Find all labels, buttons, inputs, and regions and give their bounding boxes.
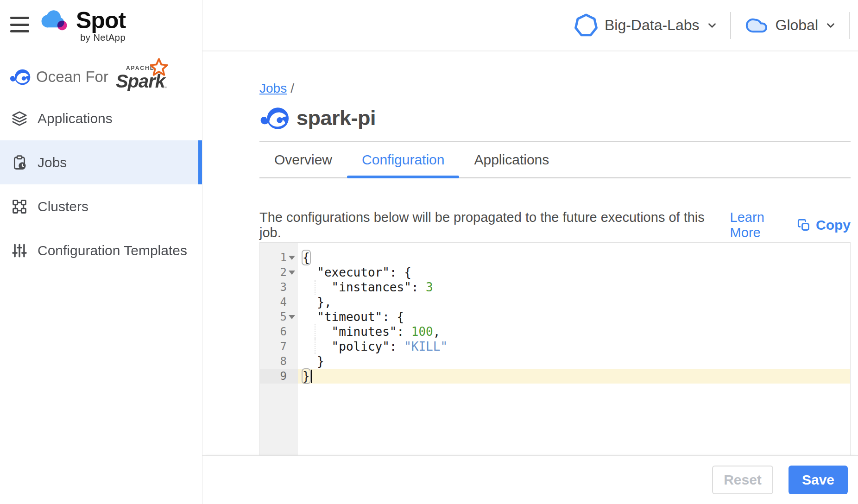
code-token: "KILL" <box>404 340 448 353</box>
tab-configuration[interactable]: Configuration <box>347 142 459 177</box>
spot-logo: Spot by NetApp <box>41 9 126 43</box>
fold-arrow-icon[interactable] <box>289 271 295 275</box>
code-token: "timeout": { <box>303 310 404 324</box>
sidebar-item-label: Configuration Templates <box>38 243 187 258</box>
main-area: Big-Data-Labs Global Jobs/ <box>202 0 858 504</box>
code-line[interactable]: { <box>298 250 850 265</box>
line-number: 2 <box>260 265 298 280</box>
line-number-text: 7 <box>280 340 287 353</box>
editor-row[interactable]: 5 "timeout": { <box>260 309 850 324</box>
learn-more-link[interactable]: Learn More <box>730 210 797 240</box>
line-number: 1 <box>260 250 298 265</box>
apache-spark-logo: APACHE Spark ™ <box>116 62 166 92</box>
code-line[interactable]: "instances": 3 <box>298 280 850 295</box>
code-line[interactable]: "executor": { <box>298 265 850 280</box>
fold-slot <box>288 315 296 319</box>
code-line[interactable]: } <box>298 369 850 384</box>
code-token: }, <box>303 295 332 309</box>
workspace-selector[interactable]: Big-Data-Labs <box>574 13 718 38</box>
layers-icon <box>12 111 27 126</box>
product-logo: Ocean For APACHE Spark ™ <box>9 62 166 92</box>
title-row: spark-pi <box>259 105 851 131</box>
code-token: } <box>303 354 324 368</box>
sliders-icon <box>12 243 27 258</box>
line-number-text: 9 <box>280 370 287 383</box>
reset-button[interactable]: Reset <box>712 466 773 494</box>
fold-arrow-icon[interactable] <box>289 315 295 319</box>
sidebar-item-applications[interactable]: Applications <box>0 96 202 140</box>
code-line[interactable]: "policy": "KILL" <box>298 339 850 354</box>
fold-slot <box>288 271 296 275</box>
line-number-text: 4 <box>280 296 287 309</box>
topbar-divider <box>730 12 731 39</box>
json-config-editor[interactable]: 1{2 "executor": {3 "instances": 34 },5 "… <box>259 242 851 463</box>
text-cursor <box>311 370 312 383</box>
breadcrumb-jobs-link[interactable]: Jobs <box>259 81 287 95</box>
ocean-wave-icon <box>9 69 31 85</box>
chevron-down-icon <box>706 19 718 32</box>
spot-cloud-icon <box>41 9 71 32</box>
sidebar-item-configuration-templates[interactable]: Configuration Templates <box>0 228 202 272</box>
sidebar-item-label: Jobs <box>38 155 67 170</box>
code-token: "instances": <box>303 280 426 294</box>
product-name: Ocean For <box>36 68 108 86</box>
code-line[interactable]: }, <box>298 295 850 309</box>
code-token: "policy": <box>303 340 404 353</box>
copy-icon <box>797 219 810 232</box>
page: Spot by NetApp Ocean For APACHE Spark ™ <box>0 0 858 504</box>
description-row: The configurations below will be propaga… <box>259 210 851 240</box>
sidebar-item-clusters[interactable]: Clusters <box>0 184 202 228</box>
line-number: 4 <box>260 295 298 309</box>
spark-trademark: ™ <box>163 85 168 91</box>
workspace-name: Big-Data-Labs <box>605 17 700 34</box>
clipboard-clock-icon <box>12 155 27 170</box>
spark-star-icon <box>150 58 168 76</box>
line-number: 5 <box>260 309 298 324</box>
code-line[interactable]: "timeout": { <box>298 309 850 324</box>
tab-overview[interactable]: Overview <box>259 142 347 177</box>
editor-row[interactable]: 9} <box>260 369 850 384</box>
code-token: "minutes": <box>303 325 411 339</box>
heptagon-icon <box>574 13 598 38</box>
fold-slot <box>288 256 296 260</box>
sidebar-item-label: Applications <box>38 111 113 126</box>
line-number-text: 2 <box>280 266 287 279</box>
editor-row[interactable]: 7 "policy": "KILL" <box>260 339 850 354</box>
line-number: 3 <box>260 280 298 295</box>
hamburger-menu-icon[interactable] <box>10 17 31 32</box>
hamburger-bar <box>10 17 29 19</box>
code-line[interactable]: "minutes": 100, <box>298 324 850 339</box>
hamburger-bar <box>10 24 29 26</box>
line-number-text: 1 <box>280 251 287 264</box>
clusters-icon <box>12 199 27 214</box>
sidebar-nav: Applications Jobs <box>0 96 202 272</box>
chevron-down-icon <box>825 19 837 32</box>
sidebar: Spot by NetApp Ocean For APACHE Spark ™ <box>0 0 202 504</box>
line-number: 8 <box>260 354 298 369</box>
line-number-text: 5 <box>280 310 287 323</box>
code-line[interactable]: } <box>298 354 850 369</box>
editor-row[interactable]: 2 "executor": { <box>260 265 850 280</box>
editor-row[interactable]: 8 } <box>260 354 850 369</box>
editor-row[interactable]: 6 "minutes": 100, <box>260 324 850 339</box>
editor-row[interactable]: 4 }, <box>260 295 850 309</box>
code-token: { <box>303 251 310 265</box>
region-name: Global <box>776 17 819 34</box>
fold-arrow-icon[interactable] <box>289 256 295 260</box>
hamburger-bar <box>10 30 29 32</box>
code-token: 100 <box>411 325 433 339</box>
brand-name: Spot <box>76 9 126 32</box>
code-token: } <box>303 369 310 383</box>
copy-button[interactable]: Copy <box>797 217 851 233</box>
sidebar-item-jobs[interactable]: Jobs <box>0 140 202 184</box>
editor-row[interactable]: 1{ <box>260 250 850 265</box>
code-rows: 1{2 "executor": {3 "instances": 34 },5 "… <box>260 243 850 384</box>
brand-byline: by NetApp <box>80 32 126 43</box>
page-title: spark-pi <box>297 106 376 130</box>
region-selector[interactable]: Global <box>743 15 837 36</box>
tab-applications[interactable]: Applications <box>459 142 564 177</box>
editor-row[interactable]: 3 "instances": 3 <box>260 280 850 295</box>
content: Jobs/ spark-pi Overview Configuration Ap… <box>202 81 858 463</box>
save-button[interactable]: Save <box>789 466 848 494</box>
cloud-icon <box>743 15 769 36</box>
